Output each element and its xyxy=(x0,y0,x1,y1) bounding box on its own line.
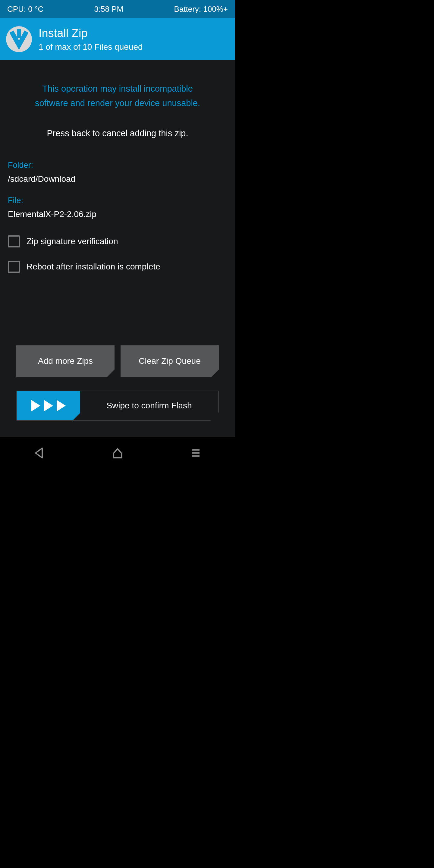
arrows-right-icon xyxy=(29,398,68,413)
swipe-handle[interactable] xyxy=(17,391,80,420)
file-label: File: xyxy=(8,196,227,205)
folder-label: Folder: xyxy=(8,161,227,170)
svg-marker-2 xyxy=(44,400,53,411)
checkbox-icon[interactable] xyxy=(8,236,20,247)
svg-marker-1 xyxy=(31,400,40,411)
content-area: This operation may install incompatible … xyxy=(0,60,235,437)
reboot-after-checkbox-row[interactable]: Reboot after installation is complete xyxy=(8,261,227,273)
folder-value: /sdcard/Download xyxy=(8,174,227,184)
clear-zip-queue-button[interactable]: Clear Zip Queue xyxy=(121,345,219,377)
warning-text: This operation may install incompatible … xyxy=(8,60,227,110)
file-value: ElementalX-P2-2.06.zip xyxy=(8,210,227,219)
status-battery: Battery: 100%+ xyxy=(174,4,228,14)
back-icon[interactable] xyxy=(33,446,46,461)
status-time: 3:58 PM xyxy=(94,4,123,14)
home-icon[interactable] xyxy=(111,446,124,461)
app-header: Install Zip 1 of max of 10 Files queued xyxy=(0,18,235,60)
swipe-to-confirm[interactable]: Swipe to confirm Flash xyxy=(16,391,219,421)
page-subtitle: 1 of max of 10 Files queued xyxy=(38,42,143,52)
warning-line-1: This operation may install incompatible xyxy=(42,84,193,93)
swipe-label: Swipe to confirm Flash xyxy=(80,401,218,410)
status-bar: CPU: 0 °C 3:58 PM Battery: 100%+ xyxy=(0,0,235,18)
zip-signature-label: Zip signature verification xyxy=(27,237,118,246)
android-navbar xyxy=(0,437,235,470)
add-more-zips-label: Add more Zips xyxy=(38,356,93,366)
reboot-after-label: Reboot after installation is complete xyxy=(27,262,160,272)
warning-line-2: software and render your device unusable… xyxy=(35,98,200,108)
press-back-text: Press back to cancel adding this zip. xyxy=(8,110,227,153)
svg-marker-3 xyxy=(57,400,66,411)
button-row: Add more Zips Clear Zip Queue xyxy=(16,345,219,377)
checkbox-icon[interactable] xyxy=(8,261,20,273)
status-cpu: CPU: 0 °C xyxy=(7,4,43,14)
zip-signature-checkbox-row[interactable]: Zip signature verification xyxy=(8,236,227,247)
menu-icon[interactable] xyxy=(189,446,203,461)
clear-zip-queue-label: Clear Zip Queue xyxy=(138,356,200,366)
add-more-zips-button[interactable]: Add more Zips xyxy=(16,345,115,377)
page-title: Install Zip xyxy=(38,27,143,40)
twrp-logo-icon xyxy=(6,26,32,52)
